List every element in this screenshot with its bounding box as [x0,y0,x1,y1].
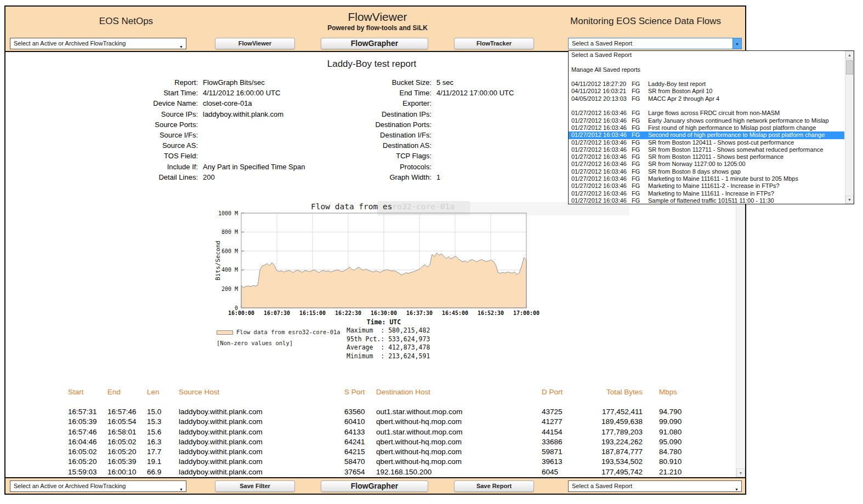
item-text [571,102,844,110]
dropdown-item[interactable]: Manage All Saved reports [569,66,844,73]
param-label: Exporter: [238,98,436,108]
dropdown-item[interactable]: 01/27/2012 16:03:46FGMarketing to Maine … [569,175,844,182]
dropdown-item[interactable]: 01/27/2012 16:03:46FGSR from Boston 8 da… [569,168,844,175]
item-type: FG [632,139,648,146]
param-value: 200 [203,172,215,182]
table-cell: 91.080 [659,427,697,437]
dropdown-item [569,102,844,110]
scroll-up-icon[interactable]: ▲ [845,51,854,59]
table-cell: 95.090 [659,437,697,447]
scroll-down-icon[interactable]: ▼ [736,468,745,477]
item-description: Large flows across FRDC circuit from non… [648,110,844,117]
table-cell: laddyboy.withit.plank.com [179,427,344,437]
table-cell: 64241 [344,437,376,447]
param-label: Destination Ports: [238,119,436,130]
table-cell: laddyboy.withit.plank.com [179,457,344,467]
column-header: End [107,387,147,397]
flowtracking-select[interactable]: Select an Active or Archived FlowTrackin… [10,38,186,49]
dropdown-item[interactable]: 01/27/2012 16:03:46FGMarketing to Maine … [569,190,844,197]
item-date: 01/27/2012 16:03:46 [571,153,632,161]
flowtracker-button[interactable]: FlowTracker [454,38,534,49]
dropdown-scrollbar[interactable]: ▲ ▼ [845,51,854,204]
table-cell: laddyboy.withit.plank.com [179,437,344,447]
dropdown-item[interactable]: 04/05/2012 20:13:03FGMACC Apr 2 through … [569,95,844,102]
footer-bar: Select an Active or Archived FlowTrackin… [5,477,745,494]
dropdown-item[interactable]: 01/27/2012 16:03:46FGSample of flattened… [569,197,844,204]
item-date: 01/27/2012 16:03:46 [571,182,632,190]
dropdown-item[interactable]: 01/27/2012 16:03:46FGSR from Boston 1204… [569,139,844,146]
svg-text:400 M: 400 M [222,267,238,273]
table-cell: 177,789,203 [595,427,643,437]
dropdown-item[interactable]: 01/27/2012 16:03:46FGSR from Boston 1120… [569,153,844,161]
flow-statistics: Maximum : 580,215,48295th Pct.: 533,624,… [347,327,430,360]
dropdown-item-selected[interactable]: 01/27/2012 16:03:46FGSecond round of hig… [569,131,844,139]
dropdown-item[interactable]: Select a Saved Report [569,51,844,59]
param-value: 5 sec [436,77,453,88]
footer-flowtracking-select[interactable]: Select an Active or Archived FlowTrackin… [10,480,186,492]
flowviewer-button[interactable]: FlowViewer [215,38,295,49]
legend-swatch [217,330,233,335]
svg-text:600 M: 600 M [222,248,238,254]
saved-report-dropdown-list: Select a Saved Report Manage All Saved r… [568,50,854,204]
header-bar: EOS NetOps FlowViewer Powered by flow-to… [5,7,745,52]
item-type: FG [632,153,648,161]
save-report-button[interactable]: Save Report [454,480,534,492]
table-cell: 16:05:39 [107,457,147,467]
table-cell: 16:05:39 [68,417,107,427]
item-date: 01/27/2012 16:03:46 [571,190,632,197]
column-header: Mbps [659,387,697,397]
item-date: 01/27/2012 16:03:46 [571,110,632,117]
item-type: FG [632,95,648,102]
table-row: 16:57:4616:58:0115.6laddyboy.withit.plan… [68,427,697,437]
item-date: 01/27/2012 16:03:46 [571,117,632,124]
table-cell: 63560 [344,407,376,417]
item-text [571,73,844,81]
table-cell: out1.star.without.mop.com [376,407,542,417]
stat-line: Minimum : 213,624,591 [347,352,430,361]
dropdown-item[interactable]: 01/27/2012 16:03:46FGSR from Boston 1127… [569,146,844,153]
item-description: SR from Boston 112711 - Shows somewhat r… [648,146,844,153]
dropdown-item[interactable]: 01/27/2012 16:03:46FGSR from Norway 1127… [569,161,844,168]
table-row: 16:57:3116:57:4615.0laddyboy.withit.plan… [68,407,697,417]
item-type: FG [632,81,648,88]
dropdown-arrow-button[interactable]: ▼ [733,38,741,49]
item-date: 01/27/2012 16:03:46 [571,131,632,139]
dropdown-item[interactable]: 04/11/2012 18:27:20FGLaddy-Boy test repo… [569,81,844,88]
param-value: 4/11/2012 17:00:00 UTC [436,88,514,98]
dropdown-item[interactable]: 01/27/2012 16:03:46FGEarly January shows… [569,117,844,124]
item-description: Marketing to Maine 111611 - 1 minute bur… [648,175,844,182]
dropdown-item[interactable]: 01/27/2012 16:03:46FGMarketing to Maine … [569,182,844,190]
chevron-down-icon: ▼ [735,42,739,46]
scrollbar-thumb[interactable] [846,60,853,75]
table-cell: qbert.without-hq.mop.com [376,417,542,427]
table-cell: 43725 [542,407,595,417]
legend-label: Flow data from esro32-core-01a [236,329,340,335]
table-cell: 64215 [344,447,376,457]
footer-flowgrapher-button[interactable]: FlowGrapher [321,480,428,492]
dropdown-item[interactable]: 01/27/2012 16:03:46FGFirst round of high… [569,124,844,131]
dropdown-item[interactable]: 01/27/2012 16:03:46FGLarge flows across … [569,110,844,117]
flowgrapher-button[interactable]: FlowGrapher [321,38,428,49]
param-row: Destination I/Fs: [238,130,514,140]
param-label: Source Ports: [5,119,203,130]
table-cell: 39613 [542,457,595,467]
table-row: 16:05:2016:05:3919.1laddyboy.withit.plan… [68,457,697,467]
column-header: Len [147,387,179,397]
param-label: Detail Lines: [5,172,203,182]
item-type: FG [632,190,648,197]
saved-report-select[interactable]: Select a Saved Report ▼ [568,38,742,49]
footer-saved-report-select[interactable]: Select a Saved Report ▼ [568,480,742,492]
svg-text:1000 M: 1000 M [218,210,238,216]
column-header: Source Host [179,387,344,397]
dropdown-item[interactable]: 04/11/2012 16:03:21FGSR from Boston Apri… [569,88,844,95]
item-description: Second round of high performance to Misl… [648,131,844,139]
item-type: FG [632,88,648,95]
save-filter-button[interactable]: Save Filter [215,480,295,492]
monitoring-title: Monitoring EOS Science Data Flows [554,16,737,27]
table-cell: 19.1 [147,457,179,467]
item-description: SR from Boston 8 days shows gap [648,168,844,175]
table-cell: 33686 [542,437,595,447]
scroll-down-icon[interactable]: ▼ [845,196,854,204]
item-type: FG [632,182,648,190]
stat-line: Maximum : 580,215,482 [347,327,430,335]
